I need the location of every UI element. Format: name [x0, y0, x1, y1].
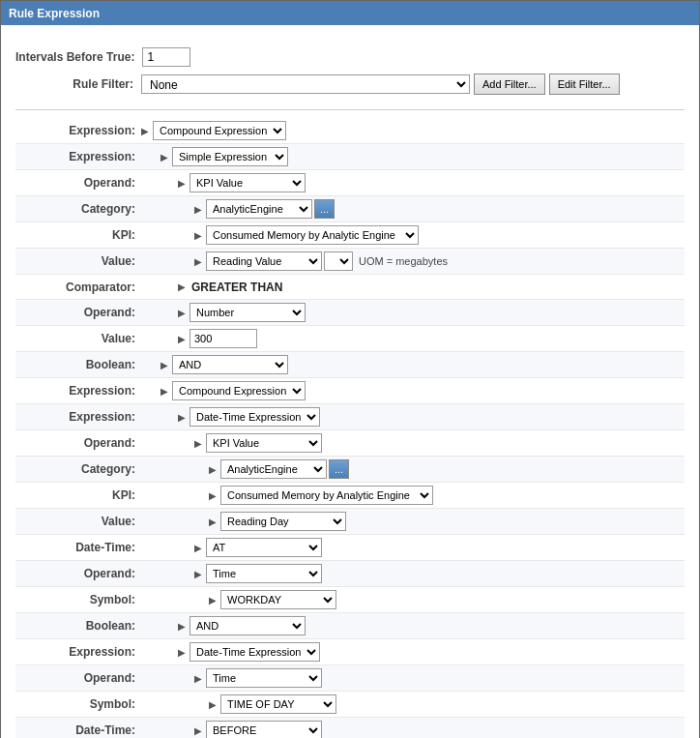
- expand-arrow[interactable]: ▶: [141, 126, 149, 136]
- field-select[interactable]: KPI Value: [206, 433, 322, 453]
- row-label: Category:: [81, 462, 141, 476]
- expand-arrow[interactable]: ▶: [194, 673, 202, 684]
- row-label: Expression:: [69, 150, 141, 163]
- rule-expression-window: Rule Expression Intervals Before True: R…: [0, 0, 700, 738]
- filter-label: Rule Filter:: [15, 77, 141, 91]
- kpi-select[interactable]: Consumed Memory by Analytic Engine: [206, 225, 419, 245]
- expression-row: Expression: ▶ Date-Time Expression: [15, 404, 685, 430]
- category-select[interactable]: AnalyticEngine: [220, 459, 327, 479]
- row-label: Operand:: [84, 567, 141, 580]
- expression-row: Category: ▶ AnalyticEngine ...: [15, 457, 685, 483]
- row-label: KPI:: [112, 488, 141, 502]
- row-label: Operand:: [84, 176, 141, 190]
- uom-select[interactable]: [324, 251, 353, 271]
- field-select[interactable]: WORKDAY: [220, 590, 336, 609]
- expression-row: Symbol: ▶ TIME OF DAY: [15, 692, 685, 718]
- row-label: Boolean:: [86, 619, 141, 633]
- expression-row: Date-Time: ▶ BEFORE: [15, 718, 685, 738]
- filter-row: Rule Filter: None Add Filter... Edit Fil…: [15, 72, 685, 97]
- field-select[interactable]: Time: [206, 564, 322, 583]
- expand-arrow[interactable]: ▶: [178, 412, 186, 423]
- field-select[interactable]: KPI Value: [190, 173, 306, 192]
- intervals-label: Intervals Before True:: [15, 50, 142, 64]
- field-select[interactable]: AT: [206, 538, 322, 557]
- row-label: Operand:: [84, 306, 141, 319]
- expand-arrow[interactable]: ▶: [178, 308, 186, 318]
- browse-button[interactable]: ...: [329, 459, 349, 479]
- row-label: Symbol:: [90, 697, 141, 711]
- expression-row: Date-Time: ▶ AT: [15, 535, 685, 561]
- field-select[interactable]: AND: [190, 616, 306, 635]
- field-select[interactable]: AND: [172, 355, 288, 374]
- expand-arrow[interactable]: ▶: [209, 595, 217, 605]
- expand-arrow[interactable]: ▶: [194, 256, 202, 267]
- field-select[interactable]: Number: [190, 303, 306, 322]
- expression-row: KPI: ▶ Consumed Memory by Analytic Engin…: [15, 483, 685, 509]
- expression-rows: Expression: ▶ Compound Expression Expres…: [15, 118, 685, 738]
- expression-row: Value: ▶ Reading Day: [15, 509, 685, 535]
- field-select[interactable]: Time: [206, 668, 322, 688]
- expression-row: Boolean: ▶ AND: [15, 613, 685, 639]
- row-label: Operand:: [84, 671, 141, 685]
- expand-arrow[interactable]: ▶: [178, 334, 186, 344]
- row-label: Category:: [81, 202, 141, 216]
- expand-arrow[interactable]: ▶: [178, 647, 186, 658]
- expression-row: Operand: ▶ KPI Value: [15, 430, 685, 457]
- expand-arrow[interactable]: ▶: [194, 569, 202, 579]
- row-label: Date-Time:: [75, 541, 141, 554]
- expression-row: Expression: ▶ Compound Expression: [15, 118, 685, 144]
- expand-arrow[interactable]: ▶: [209, 490, 217, 501]
- expand-arrow[interactable]: ▶: [178, 281, 186, 292]
- category-select[interactable]: AnalyticEngine: [206, 199, 312, 219]
- expression-row: Operand: ▶ Time: [15, 561, 685, 587]
- field-select[interactable]: TIME OF DAY: [220, 694, 336, 714]
- add-filter-button[interactable]: Add Filter...: [474, 74, 545, 95]
- field-select[interactable]: Date-Time Expression: [190, 642, 320, 662]
- expand-arrow[interactable]: ▶: [209, 464, 217, 475]
- row-label: Value:: [102, 515, 141, 528]
- kpi-select[interactable]: Consumed Memory by Analytic Engine: [220, 486, 433, 505]
- value-select[interactable]: Reading Value: [206, 251, 322, 271]
- expand-arrow[interactable]: ▶: [160, 386, 168, 397]
- field-select[interactable]: Simple Expression: [172, 147, 288, 166]
- value-select[interactable]: Reading Day: [220, 512, 346, 531]
- browse-button[interactable]: ...: [314, 199, 335, 219]
- expression-row: KPI: ▶ Consumed Memory by Analytic Engin…: [15, 222, 685, 249]
- expand-arrow[interactable]: ▶: [194, 438, 202, 449]
- intervals-row: Intervals Before True:: [15, 45, 685, 69]
- filter-select[interactable]: None: [141, 74, 470, 94]
- expand-arrow[interactable]: ▶: [209, 517, 217, 527]
- expression-row: Value: ▶: [15, 326, 685, 352]
- expand-arrow[interactable]: ▶: [194, 204, 202, 215]
- expression-row: Operand: ▶ KPI Value: [15, 170, 685, 196]
- row-label: Expression:: [69, 124, 141, 137]
- field-select[interactable]: Date-Time Expression: [190, 407, 320, 427]
- row-label: Date-Time:: [75, 723, 141, 737]
- field-select[interactable]: BEFORE: [206, 721, 322, 738]
- row-label: Comparator:: [66, 280, 141, 294]
- expand-arrow[interactable]: ▶: [194, 725, 202, 736]
- expression-row: Comparator: ▶ GREATER THAN: [15, 275, 685, 300]
- expand-arrow[interactable]: ▶: [178, 178, 186, 189]
- expand-arrow[interactable]: ▶: [194, 230, 202, 241]
- expression-row: Boolean: ▶ AND: [15, 352, 685, 378]
- expression-row: Value: ▶ Reading Value UOM = megabytes: [15, 249, 685, 275]
- intervals-input[interactable]: [142, 47, 190, 67]
- expand-arrow[interactable]: ▶: [160, 152, 168, 162]
- field-select[interactable]: Compound Expression: [172, 381, 306, 400]
- expand-arrow[interactable]: ▶: [178, 621, 186, 632]
- expand-arrow[interactable]: ▶: [160, 360, 168, 370]
- comparator-text: GREATER THAN: [190, 280, 282, 294]
- expression-row: Expression: ▶ Simple Expression: [15, 144, 685, 170]
- field-select[interactable]: Compound Expression: [153, 121, 286, 140]
- expand-arrow[interactable]: ▶: [209, 699, 217, 710]
- row-label: Operand:: [84, 436, 141, 450]
- window-title: Rule Expression: [9, 7, 100, 20]
- expression-row: Category: ▶ AnalyticEngine ...: [15, 196, 685, 222]
- row-label: KPI:: [112, 228, 141, 242]
- expand-arrow[interactable]: ▶: [194, 543, 202, 553]
- value-input[interactable]: [190, 329, 257, 348]
- edit-filter-button[interactable]: Edit Filter...: [549, 74, 620, 95]
- row-label: Expression:: [69, 645, 141, 659]
- uom-label: UOM = megabytes: [359, 255, 448, 267]
